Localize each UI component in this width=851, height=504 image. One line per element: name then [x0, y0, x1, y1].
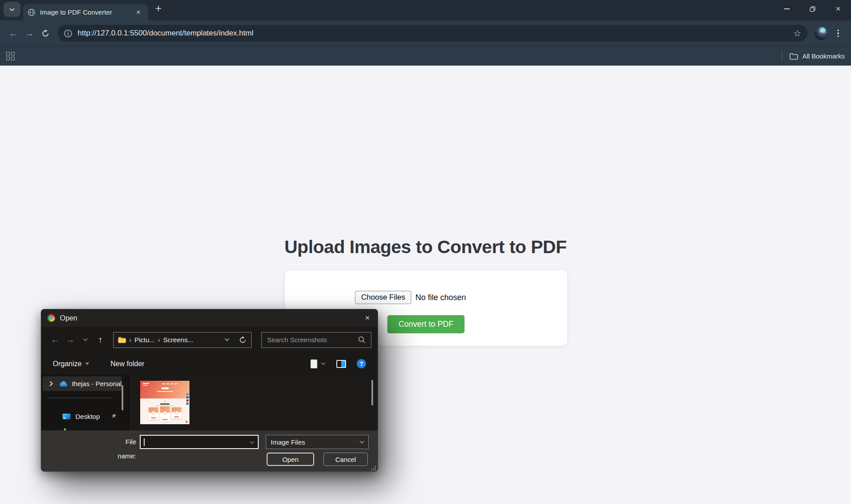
sidebar-separator: [47, 398, 113, 398]
file-list-area: [129, 375, 378, 430]
bookmarks-divider: [782, 52, 783, 61]
choose-files-button[interactable]: Choose Files: [355, 291, 411, 304]
address-dropdown-icon[interactable]: [225, 338, 229, 341]
page-title: Upload Images to Convert to PDF: [0, 237, 851, 258]
refresh-icon: [239, 336, 247, 344]
file-input-row: Choose Files No file chosen: [355, 291, 466, 304]
view-mode-dropdown-icon[interactable]: [321, 362, 326, 365]
screen: Image to PDF Converter × + × ← →: [0, 0, 851, 504]
globe-favicon-icon: [28, 8, 35, 16]
url-bar[interactable]: http://127.0.0.1:5500/document/templates…: [58, 25, 808, 42]
resize-grip[interactable]: [371, 466, 376, 471]
search-input[interactable]: Search Screenshots: [261, 332, 371, 348]
preview-pane-icon[interactable]: [336, 360, 346, 368]
pin-icon: [110, 413, 117, 419]
file-type-select[interactable]: Image Files: [266, 435, 369, 449]
bookmark-star-icon[interactable]: ☆: [790, 28, 805, 39]
close-window-button[interactable]: ×: [825, 0, 851, 18]
apps-grid-icon[interactable]: [6, 52, 15, 60]
bookmarks-folder-icon: [789, 53, 798, 60]
search-icon: [358, 336, 366, 344]
window-controls: ×: [774, 0, 851, 18]
dialog-nav-bar: ← → ↑ › Pictu... › Screens...: [41, 327, 378, 353]
refresh-button[interactable]: [239, 336, 247, 344]
reload-button[interactable]: [37, 25, 53, 41]
cancel-button[interactable]: Cancel: [323, 453, 368, 466]
tab-title: Image to PDF Converter: [40, 8, 133, 16]
url-text[interactable]: http://127.0.0.1:5500/document/templates…: [78, 29, 790, 38]
all-bookmarks-label[interactable]: All Bookmarks: [802, 52, 845, 60]
file-chosen-status: No file chosen: [415, 293, 466, 302]
site-info-icon[interactable]: [64, 29, 72, 38]
sidebar-item-label: thejas - Personal: [72, 380, 122, 387]
search-placeholder: Search Screenshots: [267, 336, 358, 344]
address-bar[interactable]: › Pictu... › Screens...: [113, 332, 252, 348]
open-file-dialog: Open × ← → ↑ › Pictu... › Screens...: [41, 309, 378, 472]
dialog-content: thejas - Personal Desktop: [41, 375, 378, 430]
new-folder-label: New folder: [110, 360, 144, 368]
maximize-button[interactable]: [800, 0, 825, 18]
sidebar-item-onedrive[interactable]: thejas - Personal: [43, 376, 122, 391]
text-caret: [144, 438, 145, 446]
breadcrumb-separator: ›: [158, 336, 160, 344]
restore-icon: [810, 6, 816, 12]
file-name-dropdown-icon[interactable]: [249, 441, 254, 444]
file-name-label: File name:: [107, 435, 136, 449]
reload-icon: [41, 29, 50, 38]
back-button[interactable]: ←: [5, 25, 21, 41]
tab-strip: Image to PDF Converter × + ×: [0, 0, 851, 20]
dialog-forward-button[interactable]: →: [63, 333, 78, 347]
dialog-sidebar: thejas - Personal Desktop: [41, 375, 128, 430]
chevron-right-icon: [49, 381, 53, 387]
new-folder-button[interactable]: New folder: [110, 360, 144, 368]
dialog-toolbar: Organize New folder ?: [41, 353, 378, 375]
help-icon[interactable]: ?: [357, 359, 366, 368]
dialog-title: Open: [60, 314, 360, 322]
onedrive-cloud-icon: [57, 380, 68, 387]
minimize-button[interactable]: [774, 0, 800, 18]
browser-tab[interactable]: Image to PDF Converter ×: [23, 4, 148, 20]
sidebar-item-label: Desktop: [75, 413, 100, 420]
view-mode-icon[interactable]: [311, 359, 317, 368]
file-name-input[interactable]: [140, 435, 259, 449]
dialog-footer: File name: Image Files Open Cancel: [41, 430, 378, 472]
profile-avatar[interactable]: [815, 27, 828, 40]
breadcrumb-pictures[interactable]: Pictu...: [134, 336, 155, 344]
tab-search-button[interactable]: [4, 2, 20, 17]
dialog-back-button[interactable]: ←: [47, 333, 63, 347]
browser-toolbar: ← → http://127.0.0.1:5500/document/templ…: [0, 20, 851, 46]
sidebar-item-desktop[interactable]: Desktop: [43, 409, 125, 424]
dialog-up-button[interactable]: ↑: [93, 333, 108, 347]
organize-label: Organize: [53, 360, 82, 368]
forward-button[interactable]: →: [21, 25, 37, 41]
dialog-close-icon[interactable]: ×: [360, 312, 375, 325]
folder-icon: [118, 337, 126, 343]
file-type-dropdown-icon: [359, 441, 364, 444]
chrome-logo-icon: [47, 314, 55, 322]
new-tab-button[interactable]: +: [155, 3, 162, 14]
chevron-down-icon: [9, 8, 15, 11]
desktop-icon: [63, 414, 71, 419]
organize-menu[interactable]: Organize: [53, 360, 89, 368]
breadcrumb-screenshots[interactable]: Screens...: [163, 336, 193, 344]
breadcrumb-separator: ›: [129, 336, 131, 344]
open-button[interactable]: Open: [267, 453, 314, 466]
sidebar-scrollbar[interactable]: [122, 385, 123, 410]
file-list-scrollbar[interactable]: [371, 380, 373, 406]
file-type-value: Image Files: [271, 438, 305, 446]
caret-down-icon: [85, 363, 89, 365]
convert-to-pdf-button[interactable]: Convert to PDF: [387, 315, 465, 333]
dialog-recent-chevron-icon[interactable]: [78, 333, 93, 347]
bookmarks-bar: All Bookmarks: [0, 46, 851, 66]
browser-menu-icon[interactable]: [831, 30, 846, 37]
file-item-screenshot-thumbnail[interactable]: [140, 381, 189, 424]
dialog-title-bar[interactable]: Open ×: [41, 309, 378, 327]
tab-close-icon[interactable]: ×: [133, 7, 144, 18]
